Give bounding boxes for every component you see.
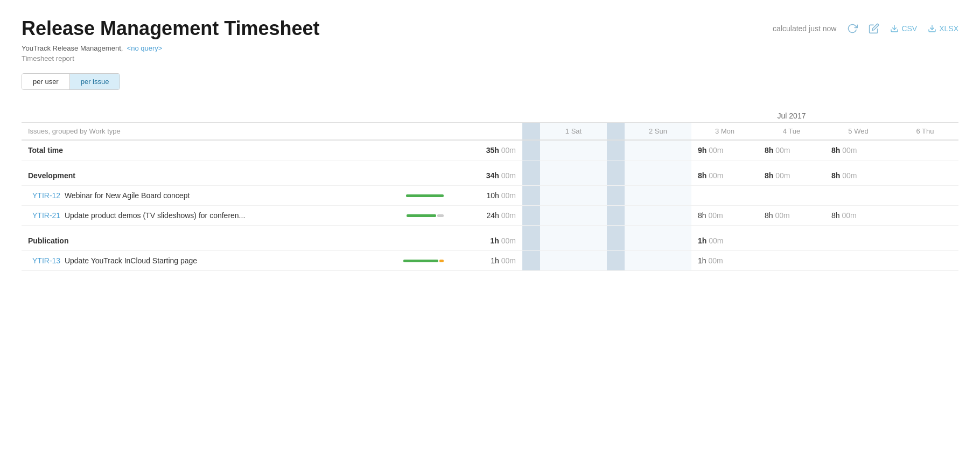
col-issues-header: Issues, grouped by Work type [22,123,377,141]
col-4tue: 4 Tue [758,123,825,141]
report-type-label: Timesheet report [22,54,958,62]
issue-id-link[interactable]: YTIR-21 [32,211,60,220]
issue-title: Update YouTrack InCloud Starting page [65,256,197,265]
xlsx-label: XLSX [939,24,958,33]
progress-green [407,214,436,217]
month-header: Jul 2017 [778,111,806,120]
page-container: Release Management Timesheet calculated … [0,0,980,288]
table-row: YTIR-21 Update product demos (TV slidesh… [22,206,958,226]
edit-button[interactable] [869,23,879,34]
table-row: YTIR-12 Webinar for New Agile Board conc… [22,186,958,206]
progress-orange [439,260,444,262]
table-row: Development34h 00m8h 00m8h 00m8h 00m [22,160,958,186]
section-label: Development [28,171,75,180]
header-row: Release Management Timesheet calculated … [22,17,958,40]
issue-title: Update product demos (TV slideshows) for… [65,211,245,220]
table-row: Publication1h 00m1h 00m [22,226,958,251]
issue-title: Webinar for New Agile Board concept [65,191,190,200]
separator-col [522,123,540,141]
col-5wed: 5 Wed [825,123,892,141]
csv-label: CSV [901,24,917,33]
subtitle-project: YouTrack Release Management, [22,44,123,52]
download-csv-button[interactable]: CSV [890,24,917,33]
month-header-row: Jul 2017 [22,106,958,123]
col-2sun: 2 Sun [625,123,691,141]
query-link[interactable]: <no query> [125,44,162,52]
refresh-button[interactable] [847,23,858,34]
separator-col-2 [607,123,625,141]
col-bar-header [377,123,448,141]
calc-status: calculated just now [773,24,836,33]
issue-id-link[interactable]: YTIR-12 [32,191,60,200]
section-label: Publication [28,236,68,245]
progress-grey [437,214,444,217]
table-row: Total time35h 00m9h 00m8h 00m8h 00m [22,140,958,160]
progress-green [406,194,444,197]
col-total-header [448,123,522,141]
col-header-row: Issues, grouped by Work type 1 Sat 2 Sun… [22,123,958,141]
total-time-label: Total time [28,146,63,155]
issue-id-link[interactable]: YTIR-13 [32,256,60,265]
timesheet-table: Jul 2017 Issues, grouped by Work type 1 … [22,106,958,271]
view-toggle: per user per issue [22,73,120,90]
table-row: YTIR-13 Update YouTrack InCloud Starting… [22,251,958,271]
col-1sat: 1 Sat [540,123,607,141]
header-actions: calculated just now CSV [773,23,958,34]
col-6thu: 6 Thu [892,123,958,141]
download-xlsx-button[interactable]: XLSX [928,24,958,33]
per-issue-button[interactable]: per issue [70,74,120,89]
progress-green [403,260,438,262]
col-3mon: 3 Mon [691,123,758,141]
page-title: Release Management Timesheet [22,17,320,40]
per-user-button[interactable]: per user [22,74,70,89]
subtitle-row: YouTrack Release Management, <no query> [22,44,958,52]
